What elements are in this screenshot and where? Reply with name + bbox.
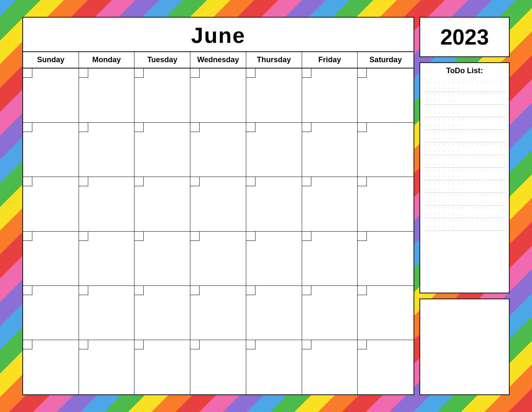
sidebar: 2023 ToDo List: · · · · · · · · · · · · … bbox=[419, 17, 510, 395]
todo-title: ToDo List: bbox=[424, 66, 505, 77]
day-saturday: Saturday bbox=[358, 52, 413, 68]
table-row[interactable] bbox=[134, 123, 190, 177]
table-row[interactable] bbox=[246, 232, 302, 286]
table-row[interactable] bbox=[246, 123, 302, 177]
table-row[interactable] bbox=[23, 123, 79, 177]
todo-line-4[interactable]: · · · · · · · · · · · · · · · · · · · · … bbox=[424, 118, 505, 130]
todo-line-7[interactable]: · · · · · · · · · · · · · · · · · · · · … bbox=[424, 156, 505, 168]
table-row[interactable] bbox=[246, 340, 302, 394]
table-row[interactable] bbox=[79, 232, 135, 286]
table-row[interactable] bbox=[302, 69, 358, 123]
table-row[interactable] bbox=[23, 286, 79, 340]
table-row[interactable] bbox=[23, 177, 79, 231]
table-row[interactable] bbox=[302, 232, 358, 286]
table-row[interactable] bbox=[134, 69, 190, 123]
table-row[interactable] bbox=[246, 286, 302, 340]
todo-line-1[interactable]: · · · · · · · · · · · · · · · · · · · · … bbox=[424, 80, 505, 92]
table-row[interactable] bbox=[23, 232, 79, 286]
table-row[interactable] bbox=[302, 340, 358, 394]
todo-line-8[interactable]: · · · · · · · · · · · · · · · · · · · · … bbox=[424, 169, 505, 180]
table-row[interactable] bbox=[190, 177, 246, 231]
todo-line-6[interactable]: · · · · · · · · · · · · · · · · · · · · … bbox=[424, 143, 505, 155]
rainbow-background: June Sunday Monday Tuesday Wednesday Thu… bbox=[0, 0, 532, 412]
todo-line-3[interactable]: · · · · · · · · · · · · · · · · · · · · … bbox=[424, 106, 505, 117]
todo-line-5[interactable]: · · · · · · · · · · · · · · · · · · · · … bbox=[424, 131, 505, 143]
table-row[interactable] bbox=[190, 286, 246, 340]
table-row[interactable] bbox=[358, 123, 413, 177]
table-row[interactable] bbox=[134, 177, 190, 231]
calendar-section: June Sunday Monday Tuesday Wednesday Thu… bbox=[22, 17, 414, 395]
table-row[interactable] bbox=[246, 177, 302, 231]
table-row[interactable] bbox=[302, 177, 358, 231]
year-display: 2023 bbox=[419, 17, 510, 57]
table-row[interactable] bbox=[79, 177, 135, 231]
days-header: Sunday Monday Tuesday Wednesday Thursday… bbox=[23, 52, 413, 69]
day-sunday: Sunday bbox=[23, 52, 79, 68]
table-row[interactable] bbox=[134, 232, 190, 286]
table-row[interactable] bbox=[358, 286, 413, 340]
calendar-month-title: June bbox=[23, 18, 413, 52]
table-row[interactable] bbox=[23, 340, 79, 394]
table-row[interactable] bbox=[190, 232, 246, 286]
day-tuesday: Tuesday bbox=[134, 52, 190, 68]
todo-box: ToDo List: · · · · · · · · · · · · · · ·… bbox=[419, 62, 510, 293]
day-monday: Monday bbox=[79, 52, 135, 68]
table-row[interactable] bbox=[190, 123, 246, 177]
table-row[interactable] bbox=[302, 286, 358, 340]
day-friday: Friday bbox=[302, 52, 358, 68]
table-row[interactable] bbox=[190, 69, 246, 123]
table-row[interactable] bbox=[358, 232, 413, 286]
calendar-grid bbox=[23, 69, 413, 394]
todo-line-9[interactable]: · · · · · · · · · · · · · · · · · · · · … bbox=[424, 181, 505, 193]
day-wednesday: Wednesday bbox=[190, 52, 246, 68]
table-row[interactable] bbox=[134, 340, 190, 394]
table-row[interactable] bbox=[134, 286, 190, 340]
day-thursday: Thursday bbox=[246, 52, 302, 68]
todo-line-2[interactable]: · · · · · · · · · · · · · · · · · · · · … bbox=[424, 93, 505, 105]
todo-line-10[interactable]: · · · · · · · · · · · · · · · · · · · · … bbox=[424, 194, 505, 206]
table-row[interactable] bbox=[79, 123, 135, 177]
table-row[interactable] bbox=[358, 69, 413, 123]
table-row[interactable] bbox=[79, 340, 135, 394]
table-row[interactable] bbox=[358, 177, 413, 231]
table-row[interactable] bbox=[23, 69, 79, 123]
todo-line-11[interactable]: · · · · · · · · · · · · · · · · · · · · … bbox=[424, 206, 505, 218]
table-row[interactable] bbox=[246, 69, 302, 123]
table-row[interactable] bbox=[358, 340, 413, 394]
table-row[interactable] bbox=[190, 340, 246, 394]
table-row[interactable] bbox=[302, 123, 358, 177]
todo-line-12[interactable]: · · · · · · · · · · · · · · · · · · · · … bbox=[424, 219, 505, 231]
table-row[interactable] bbox=[79, 286, 135, 340]
main-container: June Sunday Monday Tuesday Wednesday Thu… bbox=[14, 8, 518, 404]
notes-box[interactable] bbox=[419, 298, 510, 395]
table-row[interactable] bbox=[79, 69, 135, 123]
